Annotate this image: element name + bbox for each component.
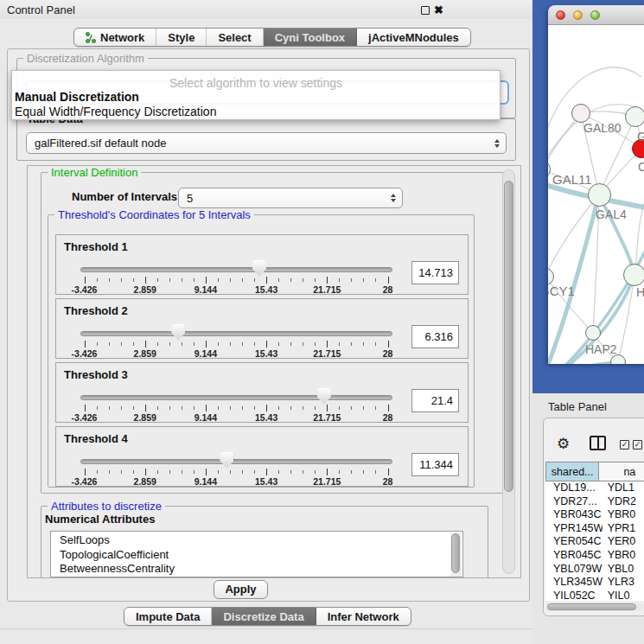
attributes-list-scrollbar[interactable] <box>450 532 462 577</box>
tab-impute-data-label: Impute Data <box>136 610 200 623</box>
slider-tick <box>375 278 376 282</box>
slider-tick-label: 21.715 <box>313 476 341 487</box>
select-all-checkbox-icon[interactable]: ✓ <box>620 440 629 450</box>
slider-tick <box>218 342 219 346</box>
column-header-name[interactable]: na <box>599 462 644 481</box>
slider-tick-label: 28 <box>383 476 393 487</box>
slider-ticks <box>85 469 389 476</box>
mac-close-icon[interactable] <box>556 10 565 20</box>
slider-tick <box>169 278 170 282</box>
slider-tick <box>182 342 182 346</box>
network-node[interactable] <box>588 183 611 207</box>
threshold-value-box[interactable]: 11.344 <box>411 453 459 476</box>
slider-tick <box>327 469 328 475</box>
table-cell[interactable]: YER0 <box>603 535 644 549</box>
slider-tick <box>109 406 110 410</box>
table-cell[interactable]: YBR043C <box>545 508 603 522</box>
network-canvas[interactable]: GAL80 GA C GAL11 GAL4 GCY1 H HAP2 <box>548 25 644 364</box>
table-cell[interactable]: YPR1 <box>603 522 644 536</box>
tab-style[interactable]: Style <box>156 29 207 46</box>
table-row[interactable]: YLR345WYLR3 <box>545 576 644 590</box>
threshold-value-box[interactable]: 21.4 <box>411 389 459 412</box>
mac-zoom-icon[interactable] <box>590 10 600 20</box>
slider-tick-labels: -3.4262.8599.14415.4321.71528 <box>85 348 389 358</box>
table-row[interactable]: YIL052CYIL0 <box>545 590 644 601</box>
network-node[interactable] <box>571 104 590 123</box>
column-layout-icon[interactable] <box>590 436 606 450</box>
table-cell[interactable]: YBR0 <box>603 549 644 563</box>
slider-tick-label: 2.859 <box>134 412 156 423</box>
table-row[interactable]: YPR145WYPR1 <box>545 522 644 536</box>
slider-tick <box>388 341 389 348</box>
slider-tick <box>315 470 316 474</box>
network-node[interactable] <box>623 264 644 286</box>
table-row[interactable]: YDL19...YDL1 <box>545 481 644 495</box>
slider-tick <box>182 278 182 282</box>
tab-impute-data[interactable]: Impute Data <box>124 608 212 625</box>
table-cell[interactable]: YPR145W <box>545 522 603 536</box>
slider-tick <box>254 342 255 346</box>
threshold-value-box[interactable]: 6.316 <box>411 325 459 348</box>
threshold-2-slider-thumb[interactable] <box>171 324 185 341</box>
slider-tick-label: 2.859 <box>134 348 156 359</box>
deselect-all-checkbox-icon[interactable]: ✓ <box>633 440 642 450</box>
table-cell[interactable]: YLR3 <box>603 576 644 590</box>
tab-select[interactable]: Select <box>207 29 263 46</box>
table-row[interactable]: YBR043CYBR0 <box>545 508 644 522</box>
threshold-2-slider-track[interactable] <box>80 331 392 336</box>
slider-tick <box>278 342 279 346</box>
tab-network-label: Network <box>100 31 144 44</box>
apply-button[interactable]: Apply <box>214 580 268 599</box>
gear-icon[interactable]: ⚙ <box>557 435 570 453</box>
table-cell[interactable]: YBR045C <box>545 549 603 563</box>
table-cell[interactable]: YBR0 <box>603 508 644 522</box>
slider-tick-label: 15.43 <box>255 348 277 359</box>
threshold-1-slider-thumb[interactable] <box>252 260 266 277</box>
tab-jactivemnodules[interactable]: jActiveMNodules <box>357 29 470 46</box>
table-row[interactable]: YER054CYER0 <box>545 535 644 549</box>
network-node[interactable] <box>585 325 601 341</box>
threshold-value-box[interactable]: 14.713 <box>411 261 459 284</box>
threshold-4-slider-track[interactable] <box>80 459 392 464</box>
table-cell[interactable]: YIL052C <box>545 590 603 601</box>
table-cell[interactable]: YER054C <box>545 535 603 549</box>
algorithm-option-manual[interactable]: Manual Discretization <box>15 90 139 104</box>
discretization-algorithm-group-title: Discretization Algorithm <box>23 52 148 65</box>
slider-tick <box>303 342 303 346</box>
tab-discretize-data[interactable]: Discretize Data <box>212 608 316 625</box>
threshold-1-slider-track[interactable] <box>80 267 392 272</box>
table-cell[interactable]: YIL0 <box>603 590 644 601</box>
table-cell[interactable]: YDR2 <box>603 495 644 509</box>
table-cell[interactable]: YDL1 <box>603 481 644 495</box>
threshold-4-slider-thumb[interactable] <box>220 452 233 469</box>
table-cell[interactable]: YBL0 <box>603 563 644 577</box>
number-of-intervals-combobox[interactable]: 5 <box>178 188 403 208</box>
slider-tick <box>145 469 146 475</box>
table-row[interactable]: YBL079WYBL0 <box>545 563 644 577</box>
attribute-list-item[interactable]: BetweennessCentrality <box>60 562 462 577</box>
mac-minimize-icon[interactable] <box>573 10 583 20</box>
attribute-list-item[interactable]: SelfLoops <box>60 533 462 548</box>
table-cell[interactable]: YDL19... <box>545 481 603 495</box>
table-row[interactable]: YBR045CYBR0 <box>545 549 644 563</box>
table-horizontal-scrollbar[interactable] <box>545 603 643 611</box>
control-panel-title: Control Panel <box>7 3 75 16</box>
tab-network[interactable]: Network <box>74 29 156 46</box>
threshold-3-slider-thumb[interactable] <box>317 388 331 405</box>
float-window-icon[interactable] <box>421 6 430 15</box>
table-cell[interactable]: YDR27... <box>545 495 603 509</box>
network-node[interactable] <box>625 106 644 127</box>
table-cell[interactable]: YBL079W <box>545 563 603 577</box>
algorithm-option-equal-width[interactable]: Equal Width/Frequency Discretization <box>15 105 216 118</box>
tab-cyni-toolbox[interactable]: Cyni Toolbox <box>264 29 357 46</box>
table-data-combobox[interactable]: galFiltered.sif default node <box>26 132 507 154</box>
column-header-shared-name[interactable]: shared... <box>545 462 599 481</box>
close-icon[interactable]: ✖ <box>434 3 443 16</box>
tab-infer-network[interactable]: Infer Network <box>316 608 411 625</box>
settings-vertical-scrollbar[interactable] <box>502 169 515 574</box>
numerical-attributes-label: Numerical Attributes <box>45 513 155 526</box>
threshold-3-slider-track[interactable] <box>80 395 392 400</box>
table-cell[interactable]: YLR345W <box>545 576 603 590</box>
attribute-list-item[interactable]: TopologicalCoefficient <box>60 548 462 563</box>
table-row[interactable]: YDR27...YDR2 <box>545 495 644 509</box>
